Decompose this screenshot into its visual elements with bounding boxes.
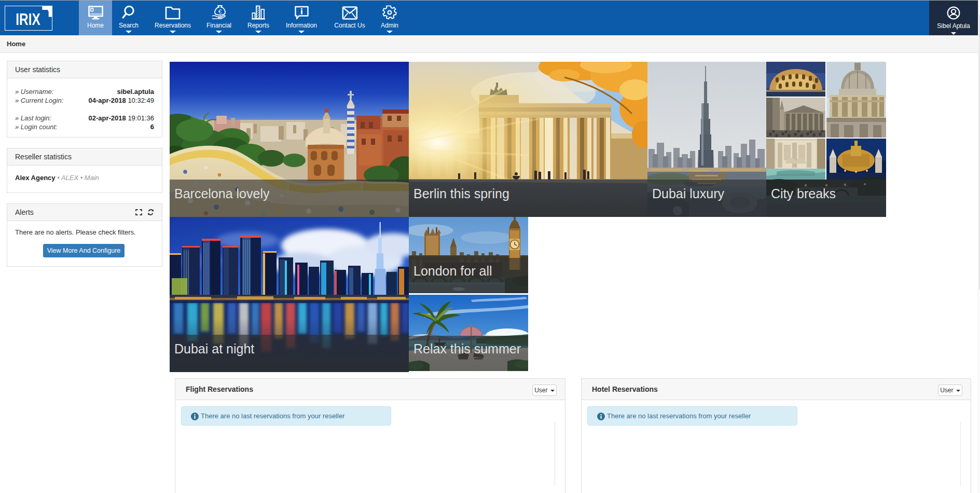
svg-text:€: € [218, 8, 222, 15]
